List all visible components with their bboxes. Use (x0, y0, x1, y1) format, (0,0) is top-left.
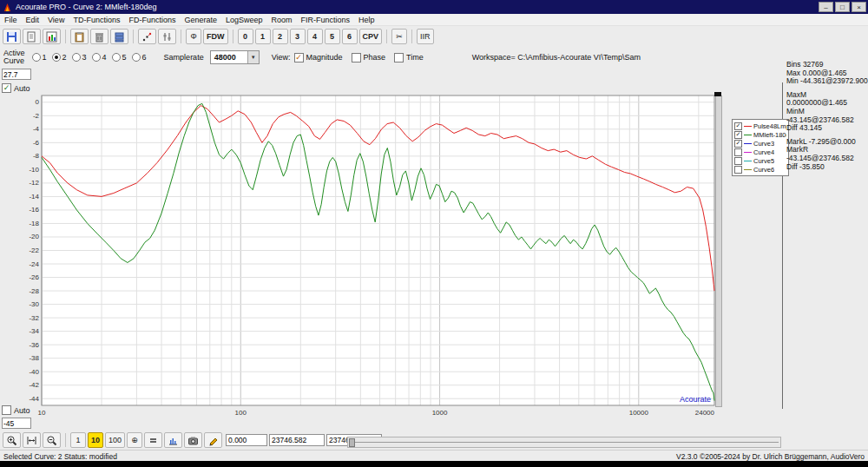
cpv-button[interactable]: CPV (359, 29, 383, 44)
legend-checkbox[interactable] (734, 166, 742, 174)
view-checkbox-phase[interactable]: Phase (352, 53, 386, 62)
chart-icon[interactable] (43, 29, 61, 44)
legend-checkbox[interactable] (734, 157, 742, 165)
active-curve-radio-6[interactable]: 6 (132, 53, 147, 62)
menu-file[interactable]: File (0, 16, 22, 24)
samplerate-label: Samplerate (164, 53, 204, 62)
legend-label: Curve5 (753, 157, 774, 165)
radio-circle[interactable] (112, 53, 121, 62)
curve-button-3[interactable]: 3 (290, 29, 306, 44)
marker-value-field-2[interactable] (269, 434, 325, 446)
vertical-zoom-thumb[interactable] (714, 92, 721, 96)
menu-logsweep[interactable]: LogSweep (221, 16, 267, 24)
curve-button-6[interactable]: 6 (342, 29, 358, 44)
equals-icon[interactable] (144, 432, 162, 448)
close-button[interactable]: × (852, 2, 866, 12)
ymax-input[interactable] (2, 69, 31, 80)
radio-circle[interactable] (132, 53, 141, 62)
marker-value-field-1[interactable] (226, 434, 267, 446)
active-curve-radio-3[interactable]: 3 (72, 53, 87, 62)
active-curve-radio-4[interactable]: 4 (92, 53, 107, 62)
zoom-out-icon[interactable] (43, 432, 61, 448)
menu-edit[interactable]: Edit (22, 16, 44, 24)
menu-fir-functions[interactable]: FIR-Functions (297, 16, 355, 24)
layers-icon[interactable] (110, 29, 128, 44)
menu-fd-functions[interactable]: FD-Functions (124, 16, 180, 24)
menu-td-functions[interactable]: TD-Functions (69, 16, 124, 24)
samplerate-select[interactable]: 48000 ▼ (210, 50, 260, 64)
curve-button-2[interactable]: 2 (273, 29, 288, 44)
active-curve-radio-1[interactable]: 1 (32, 53, 47, 62)
scissors-button[interactable]: ✂ (391, 29, 407, 44)
phi-button[interactable]: Φ (186, 29, 201, 44)
legend-checkbox[interactable]: ✓ (734, 131, 742, 139)
legend-checkbox[interactable] (734, 148, 742, 156)
zoom-in-icon[interactable] (3, 432, 21, 448)
svg-text:-34: -34 (29, 327, 39, 335)
curve-button-group: 0123456 (238, 29, 358, 44)
toolbar-separator (233, 30, 233, 43)
save-disk-icon[interactable] (3, 29, 21, 44)
sliders-icon[interactable] (158, 29, 176, 44)
view-checkbox-magnitude[interactable]: ✓Magnitude (294, 53, 343, 62)
frequency-response-chart[interactable]: 0-2-4-6-8-10-12-14-16-18-20-22-24-26-28-… (24, 90, 727, 424)
document-icon[interactable] (23, 29, 41, 44)
svg-text:-44: -44 (29, 395, 39, 403)
trash-icon[interactable] (90, 29, 108, 44)
radio-circle[interactable] (32, 53, 41, 62)
iir-button[interactable]: IIR (417, 29, 434, 44)
stats-line: Min -44.361@23972.900 (786, 77, 868, 86)
active-curve-radio-5[interactable]: 5 (112, 53, 127, 62)
zoom-step-1[interactable]: 1 (70, 432, 86, 448)
vertical-zoom-slider[interactable] (715, 95, 722, 407)
curve-button-4[interactable]: 4 (307, 29, 323, 44)
radio-circle[interactable] (72, 53, 81, 62)
menu-help[interactable]: Help (354, 16, 379, 24)
radio-circle[interactable] (52, 53, 61, 62)
menu-generate[interactable]: Generate (180, 16, 221, 24)
stats-group: MaxM 0.0000000@1.465MinM -43.145@23746.5… (786, 91, 868, 133)
histogram-icon[interactable] (164, 432, 182, 448)
svg-text:-12: -12 (29, 179, 39, 187)
trackbar-groove (350, 442, 779, 443)
menu-room[interactable]: Room (267, 16, 297, 24)
clipboard-icon[interactable] (70, 29, 89, 44)
titlebar: Acourate PRO - Curve 2: MMleft-180deg – … (0, 0, 868, 14)
horizontal-range-icon[interactable] (23, 432, 41, 448)
svg-text:-8: -8 (33, 152, 40, 160)
maximize-button[interactable]: □ (835, 2, 850, 12)
circle-plus-button[interactable]: ⊕ (127, 432, 142, 448)
fdw-button[interactable]: FDW (203, 29, 228, 44)
menu-view[interactable]: View (43, 16, 69, 24)
camera-icon[interactable] (184, 432, 202, 448)
toolbar-separator (386, 30, 387, 43)
pencil-icon[interactable] (204, 432, 222, 448)
zoom-step-10[interactable]: 10 (88, 432, 103, 448)
svg-text:-30: -30 (29, 300, 39, 308)
zoom-step-100[interactable]: 100 (105, 432, 125, 448)
svg-text:0: 0 (36, 98, 40, 106)
active-curve-radio-2[interactable]: 2 (52, 53, 67, 62)
toolbar-separator (65, 30, 66, 43)
legend-label: Pulse48Lmp (753, 122, 786, 130)
curve-button-0[interactable]: 0 (238, 29, 253, 44)
legend-item: ✓MMleft-180deg (734, 130, 786, 139)
radio-circle[interactable] (92, 53, 101, 62)
chevron-down-icon[interactable]: ▼ (247, 51, 259, 63)
view-checkbox-time[interactable]: Time (394, 53, 424, 62)
curve-button-1[interactable]: 1 (255, 29, 271, 44)
active-curve-radio-group: 123456 (32, 53, 152, 62)
legend-checkbox[interactable]: ✓ (734, 122, 742, 130)
view-checkbox-group: ✓MagnitudePhaseTime (294, 53, 432, 62)
minimize-button[interactable]: – (819, 2, 833, 12)
trackbar-thumb[interactable] (349, 438, 355, 447)
legend-item: Curve5 (734, 156, 786, 165)
legend-checkbox[interactable]: ✓ (734, 140, 742, 148)
move-point-icon[interactable] (138, 29, 156, 44)
curve-button-5[interactable]: 5 (325, 29, 340, 44)
radio-label: 5 (122, 53, 127, 62)
svg-text:Acourate: Acourate (680, 395, 711, 404)
horizontal-trackbar[interactable] (347, 437, 781, 448)
toolbar-separator (65, 433, 66, 447)
checkbox-label: Phase (364, 53, 386, 62)
